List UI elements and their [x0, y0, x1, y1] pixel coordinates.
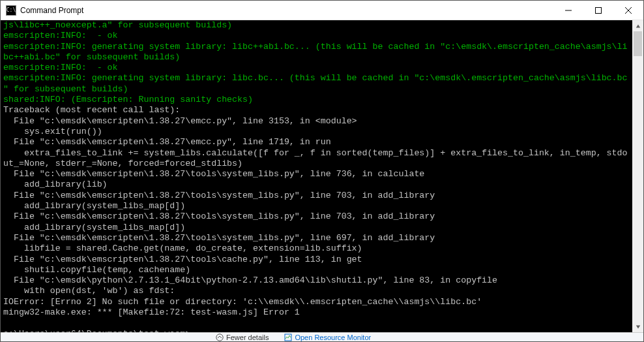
- terminal-line: sys.exit(run()): [3, 127, 102, 136]
- fewer-details-button[interactable]: Fewer details: [216, 334, 269, 341]
- svg-rect-1: [596, 7, 602, 13]
- client-area: js\libc++_noexcept.a" for subsequent bui…: [1, 20, 643, 332]
- terminal-line: emscripten:INFO: generating system libra…: [3, 42, 628, 52]
- terminal-line: File "c:\emsdk\emscripten\1.38.27\emcc.p…: [3, 116, 357, 126]
- terminal-line: shutil.copyfile(temp, cachename): [3, 265, 190, 275]
- terminal-line: emscripten:INFO: - ok: [3, 63, 118, 72]
- terminal-line: File "c:\emsdk\emscripten\1.38.27\tools\…: [3, 191, 435, 200]
- minimize-button[interactable]: [553, 1, 583, 20]
- terminal-line: File "c:\emsdk\emscripten\1.38.27\emcc.p…: [3, 137, 331, 147]
- terminal-line: File "c:\emsdk\emscripten\1.38.27\tools\…: [3, 255, 362, 264]
- resource-monitor-icon: [284, 334, 292, 341]
- app-icon: C:\: [6, 5, 16, 16]
- scroll-up-button[interactable]: [632, 20, 643, 31]
- terminal-line: add_library(lib): [3, 179, 108, 189]
- scroll-down-button[interactable]: [632, 321, 643, 332]
- terminal-line: mingw32-make.exe: *** [Makefile:72: test…: [3, 307, 300, 317]
- titlebar[interactable]: C:\ Command Prompt: [1, 1, 643, 20]
- scrollbar-thumb[interactable]: [634, 31, 642, 56]
- terminal-line: File "c:\emsdk\emscripten\1.38.27\tools\…: [3, 211, 435, 221]
- terminal-line: emscripten:INFO: generating system libra…: [3, 73, 628, 83]
- open-resource-monitor-link[interactable]: Open Resource Monitor: [284, 334, 371, 341]
- terminal-line: emscripten:INFO: - ok: [3, 31, 118, 40]
- svg-point-6: [216, 334, 223, 340]
- terminal-line: File "c:\emsdk\python\2.7.13.1_64bit\pyt…: [3, 275, 497, 285]
- terminal-line: " for subsequent builds): [3, 84, 128, 94]
- terminal-line: bc++abi.bc" for subsequent builds): [3, 52, 180, 62]
- open-resource-monitor-label: Open Resource Monitor: [295, 334, 371, 341]
- terminal-line: File "c:\emsdk\emscripten\1.38.27\tools\…: [3, 233, 435, 243]
- command-prompt-window: C:\ Command Prompt js\libc++_noexcept.a"…: [0, 0, 644, 342]
- window-title: Command Prompt: [20, 6, 83, 15]
- terminal-line: with open(dst, 'wb') as fdst:: [3, 286, 175, 296]
- terminal-line: extra_files_to_link += system_libs.calcu…: [3, 148, 628, 158]
- scrollbar-track[interactable]: [632, 31, 643, 321]
- close-button[interactable]: [613, 1, 643, 20]
- terminal-line: ut_=None, stderr_=None, forced=forced_st…: [3, 159, 242, 168]
- fewer-details-label: Fewer details: [226, 334, 269, 341]
- terminal-line: Traceback (most recent call last):: [3, 105, 180, 115]
- taskbar-fragment: Fewer details Open Resource Monitor: [1, 332, 643, 341]
- terminal-line: shared:INFO: (Emscripten: Running sanity…: [3, 95, 253, 104]
- svg-marker-4: [636, 24, 639, 27]
- terminal-output[interactable]: js\libc++_noexcept.a" for subsequent bui…: [1, 20, 632, 332]
- terminal-line: js\libc++_noexcept.a" for subsequent bui…: [3, 20, 232, 30]
- chevron-up-circle-icon: [216, 334, 224, 341]
- terminal-line: add_library(system_libs_map[d]): [3, 223, 185, 232]
- vertical-scrollbar[interactable]: [632, 20, 643, 332]
- terminal-line: File "c:\emsdk\emscripten\1.38.27\tools\…: [3, 169, 424, 179]
- maximize-button[interactable]: [583, 1, 613, 20]
- terminal-line: IOError: [Errno 2] No such file or direc…: [3, 297, 482, 307]
- terminal-line: add_library(system_libs_map[d]): [3, 201, 185, 211]
- svg-marker-5: [636, 325, 639, 328]
- terminal-line: libfile = shared.Cache.get(name, do_crea…: [3, 243, 362, 253]
